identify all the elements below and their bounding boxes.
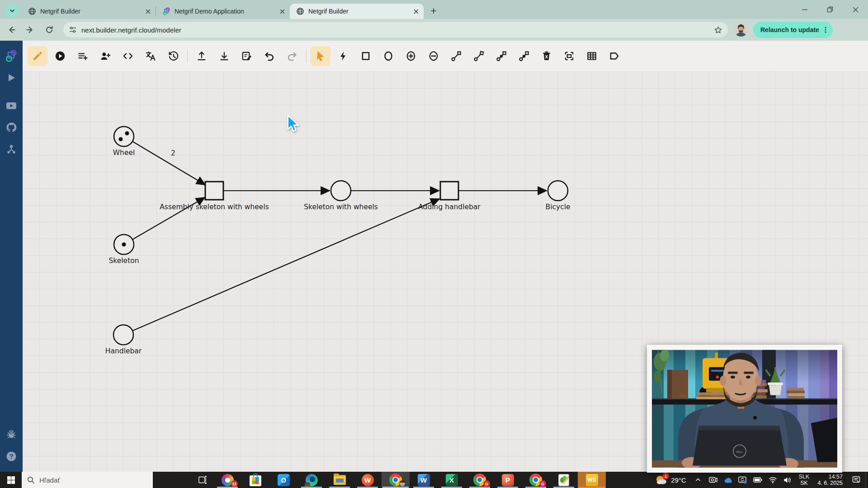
taskbar-app-chrome-gmail[interactable]: G [466, 472, 494, 488]
svg-text:?: ? [9, 453, 14, 460]
tab-netgrif-builder-1[interactable]: Netgrif Builder [22, 4, 156, 19]
netgrif-logo[interactable] [0, 45, 23, 67]
tab-close-icon[interactable] [412, 7, 420, 15]
tray-chevron-up[interactable] [691, 472, 706, 488]
undo-button[interactable] [259, 46, 279, 66]
workflow-tree-icon[interactable] [0, 138, 23, 160]
place-bicycle[interactable]: Bicycle [546, 181, 571, 211]
tray-volume[interactable] [780, 472, 795, 488]
fire-transition-lightning-tool[interactable] [333, 46, 353, 66]
restore-button[interactable] [817, 0, 843, 19]
taskbar-app-outlook[interactable]: O [269, 472, 297, 488]
github-icon[interactable] [0, 117, 23, 138]
profile-avatar[interactable] [734, 23, 748, 37]
tab-search-button[interactable] [5, 5, 19, 17]
add-transition-square-tool[interactable] [356, 46, 376, 66]
place-label: Skeleton with wheels [304, 203, 378, 211]
back-button[interactable] [4, 22, 19, 38]
taskbar-app-edge-work[interactable] [297, 472, 326, 488]
youtube-icon[interactable] [0, 95, 23, 117]
action-center-icon [852, 476, 861, 484]
close-window-button[interactable] [843, 0, 868, 19]
taskbar-app-powerpoint[interactable]: P [494, 472, 522, 488]
url-omnibox[interactable]: next.builder.netgrif.cloud/modeler [63, 22, 728, 38]
run-play-icon[interactable] [0, 67, 23, 89]
redo-button-disabled[interactable] [282, 46, 302, 66]
code-view-button[interactable] [118, 46, 138, 66]
select-cursor-tool[interactable] [311, 46, 330, 66]
globe-favicon-icon [296, 7, 304, 15]
add-token-plus-tool[interactable] [401, 46, 421, 66]
reload-button[interactable] [42, 22, 57, 38]
tab-netgrif-builder-2-active[interactable]: Netgrif Builder [290, 4, 424, 19]
taskbar-app-word[interactable]: W [410, 472, 438, 488]
roles-person-add-button[interactable] [95, 46, 115, 66]
data-list-add-button[interactable] [73, 46, 93, 66]
calendar-badge: 31 [231, 480, 238, 487]
add-place-circle-tool[interactable] [378, 46, 398, 66]
bookmark-star-icon[interactable] [714, 26, 722, 34]
start-button[interactable] [0, 472, 22, 488]
label-tag-tool[interactable] [604, 46, 624, 66]
taskbar-app-calendar[interactable]: 31 [213, 472, 241, 488]
help-icon[interactable]: ? [0, 446, 23, 467]
taskbar-app-wps-office[interactable]: W [354, 472, 382, 488]
regular-arc-tool[interactable] [446, 46, 466, 66]
tray-camera[interactable] [706, 472, 721, 488]
fit-to-screen-tool[interactable] [559, 46, 579, 66]
desktop-screen: Netgrif Builder Netgrif Demo Application… [0, 0, 868, 488]
tray-language-indicator[interactable]: SLK SK [795, 472, 813, 488]
show-desktop-button[interactable] [865, 472, 868, 488]
inhibitor-arc-tool[interactable] [514, 46, 534, 66]
save-document-button[interactable] [237, 46, 257, 66]
taskbar-app-chrome-google[interactable]: G [522, 472, 550, 488]
taskbar-app-greenshot[interactable] [550, 472, 578, 488]
export-download-button[interactable] [214, 46, 234, 66]
taskbar-app-microsoft-store[interactable] [241, 472, 269, 488]
tray-wifi[interactable] [765, 472, 780, 488]
forward-button[interactable] [23, 22, 38, 38]
edit-mode-pencil-button[interactable] [28, 46, 47, 66]
site-settings-icon[interactable] [69, 26, 77, 34]
transition-adding-handlebar[interactable]: Adding handlebar [418, 182, 481, 211]
simulation-play-button[interactable] [50, 46, 70, 66]
google-badge: G [539, 480, 546, 487]
place-label: Handlebar [105, 347, 142, 355]
arc-wheel-to-assembly[interactable]: 2 [132, 141, 205, 185]
tab-close-icon[interactable] [278, 7, 286, 15]
place-wheel[interactable]: Wheel [113, 127, 135, 157]
delete-tool[interactable] [537, 46, 557, 66]
taskbar-weather-widget[interactable]: 1 29°C [651, 472, 691, 488]
arc-handlebar-to-adding-handlebar[interactable] [132, 199, 439, 331]
taskbar-app-ws[interactable]: WS [578, 472, 606, 488]
tray-sync-display[interactable] [736, 472, 750, 488]
action-center-button[interactable] [847, 472, 865, 488]
read-arc-tool[interactable] [491, 46, 511, 66]
taskbar-search-box[interactable]: Hľadať [22, 472, 153, 488]
tab-close-icon[interactable] [144, 7, 152, 15]
bug-report-icon[interactable] [0, 424, 23, 446]
task-view-button[interactable] [192, 472, 213, 488]
place-skeleton-with-wheels[interactable]: Skeleton with wheels [304, 181, 378, 211]
new-tab-button[interactable] [427, 5, 440, 17]
tray-clock[interactable]: 14:57 4. 6. 2025 [813, 472, 847, 488]
taskbar-app-excel[interactable]: X [438, 472, 466, 488]
translate-button[interactable] [141, 46, 160, 66]
history-button[interactable] [163, 46, 183, 66]
tray-onedrive[interactable] [721, 472, 736, 488]
taskbar-app-chrome-active[interactable] [382, 472, 410, 488]
relaunch-button[interactable]: Relaunch to update [753, 22, 833, 38]
minimize-button[interactable] [792, 0, 817, 19]
remove-token-minus-tool[interactable] [424, 46, 443, 66]
taskbar-app-file-explorer[interactable] [326, 472, 354, 488]
tray-battery[interactable] [750, 472, 765, 488]
tab-netgrif-demo-application[interactable]: Netgrif Demo Application [156, 4, 290, 19]
reset-arc-tool[interactable] [469, 46, 489, 66]
place-skeleton[interactable]: Skeleton [108, 235, 139, 265]
app-sidebar: ? [0, 41, 23, 472]
transition-assembly[interactable]: Assembly skeleton with wheels [160, 182, 269, 211]
grid-toggle-tool[interactable] [582, 46, 602, 66]
kebab-menu-icon[interactable] [822, 26, 829, 33]
word-icon: W [418, 474, 430, 486]
import-upload-button[interactable] [192, 46, 212, 66]
